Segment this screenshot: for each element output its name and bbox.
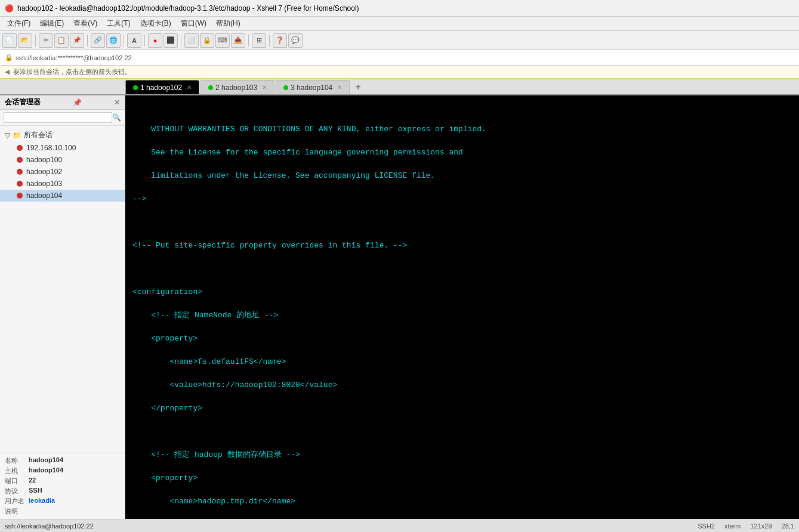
- toolbar-green[interactable]: ⬛: [163, 33, 178, 48]
- tabs-bar: 1 hadoop102 ✕ 2 hadoop103 ✕ 3 hadoop104 …: [0, 79, 799, 95]
- info-value-protocol: SSH: [29, 487, 42, 496]
- info-label-username: 用户名: [5, 497, 29, 506]
- info-row-host: 主机 hadoop104: [5, 466, 120, 476]
- tab-hadoop104[interactable]: 3 hadoop104 ✕: [276, 80, 350, 94]
- sidebar-header: 会话管理器 📌 ✕: [0, 95, 125, 110]
- pin-icon[interactable]: 📌: [73, 98, 82, 107]
- sidebar-item-label-2: hadoop100: [26, 156, 62, 164]
- menu-view[interactable]: 查看(V): [69, 17, 102, 30]
- info-label-host: 主机: [5, 466, 29, 475]
- terminal-line-6: <!-- Put site-specific property override…: [132, 240, 792, 252]
- toolbar-paste[interactable]: 📌: [70, 33, 84, 48]
- status-terminal-type: xterm: [724, 522, 741, 530]
- toolbar-split[interactable]: ⊞: [252, 33, 266, 48]
- main-layout: 会话管理器 📌 ✕ 🔍 ▽ 📁 所有会话 192.168.10.100 hado…: [0, 95, 799, 519]
- terminal-line-17: <name>hadoop.tmp.dir</name>: [132, 496, 792, 508]
- address-text: ssh://leokadia:**********@hadoop102:22: [16, 54, 132, 61]
- terminal-line-11: <name>fs.defaultFS</name>: [132, 356, 792, 368]
- toolbar-connect[interactable]: 🔗: [91, 33, 105, 48]
- toolbar-keyboard[interactable]: ⌨: [215, 33, 230, 48]
- toolbar-transfer[interactable]: 📤: [231, 33, 245, 48]
- tab-label-3: 3 hadoop104: [291, 83, 332, 92]
- new-tab-button[interactable]: +: [351, 80, 365, 94]
- terminal-line-7: [132, 263, 792, 275]
- terminal-area[interactable]: WITHOUT WARRANTIES OR CONDITIONS OF ANY …: [125, 95, 799, 519]
- sidebar-item-label-3: hadoop102: [26, 168, 62, 176]
- folder-icon: 📁: [13, 131, 21, 140]
- terminal-line-13: </property>: [132, 403, 792, 415]
- info-value-name: hadoop104: [29, 456, 63, 465]
- tree-root-label: 所有会话: [24, 130, 53, 140]
- sidebar-item-label-1: 192.168.10.100: [26, 144, 76, 152]
- sidebar-item-hadoop104[interactable]: hadoop104: [0, 190, 125, 202]
- toolbar-chat[interactable]: 💬: [288, 33, 303, 48]
- toolbar: 📄 📂 ✂ 📋 📌 🔗 🌐 A ● ⬛ ⬜ 🔒 ⌨ 📤 ⊞ ❓ 💬: [0, 31, 799, 50]
- toolbar-expand[interactable]: ⬜: [184, 33, 199, 48]
- terminal-line-3: limitations under the License. See accom…: [132, 170, 792, 182]
- sidebar-item-192[interactable]: 192.168.10.100: [0, 142, 125, 154]
- tab-dot-2: [208, 85, 213, 90]
- expand-icon: ▽: [5, 131, 10, 140]
- sidebar-info: 名称 hadoop104 主机 hadoop104 端口 22 协议 SSH 用…: [0, 453, 125, 519]
- menu-help[interactable]: 帮助(H): [211, 17, 245, 30]
- tab-label-1: 1 hadoop102: [140, 83, 182, 92]
- tab-close-2[interactable]: ✕: [262, 84, 267, 91]
- menu-tools[interactable]: 工具(T): [102, 17, 135, 30]
- search-input[interactable]: [4, 112, 112, 123]
- terminal-line-12: <value>hdfs://hadoop102:8020</value>: [132, 379, 792, 391]
- tab-close-3[interactable]: ✕: [337, 84, 342, 91]
- sidebar-search: 🔍: [0, 110, 125, 126]
- info-value-username: leokadia: [29, 497, 55, 506]
- terminal-line-10: <property>: [132, 333, 792, 345]
- sidebar-item-hadoop100[interactable]: hadoop100: [0, 154, 125, 166]
- terminal-line-1: WITHOUT WARRANTIES OR CONDITIONS OF ANY …: [132, 123, 792, 135]
- close-sidebar-button[interactable]: ✕: [114, 98, 120, 107]
- toolbar-help[interactable]: ❓: [273, 33, 287, 48]
- terminal-line-8: <configuration>: [132, 286, 792, 298]
- sidebar-tree: ▽ 📁 所有会话 192.168.10.100 hadoop100 hadoop…: [0, 126, 125, 453]
- toolbar-new[interactable]: 📄: [2, 33, 17, 48]
- status-connection: ssh://leokadia@hadoop102:22: [5, 522, 690, 530]
- tab-close-1[interactable]: ✕: [187, 84, 192, 91]
- sidebar-item-label-5: hadoop104: [26, 191, 62, 200]
- info-row-port: 端口 22: [5, 476, 120, 486]
- info-label-protocol: 协议: [5, 487, 29, 496]
- toolbar-globe[interactable]: 🌐: [106, 33, 121, 48]
- sidebar: 会话管理器 📌 ✕ 🔍 ▽ 📁 所有会话 192.168.10.100 hado…: [0, 95, 125, 519]
- terminal-line-2: See the License for the specific languag…: [132, 147, 792, 159]
- tab-label-2: 2 hadoop103: [215, 83, 257, 92]
- info-label-name: 名称: [5, 456, 29, 465]
- tab-hadoop103[interactable]: 2 hadoop103 ✕: [200, 80, 274, 94]
- menu-window[interactable]: 窗口(W): [176, 17, 211, 30]
- terminal-line-16: <property>: [132, 472, 792, 484]
- info-value-port: 22: [29, 477, 36, 485]
- tab-dot-1: [133, 85, 138, 90]
- info-row-note: 说明: [5, 506, 120, 516]
- terminal-line-9: <!-- 指定 NameNode 的地址 -->: [132, 310, 792, 321]
- sidebar-item-hadoop102[interactable]: hadoop102: [0, 166, 125, 178]
- toolbar-lock[interactable]: 🔒: [200, 33, 214, 48]
- sidebar-title: 会话管理器: [5, 97, 41, 107]
- tab-hadoop102[interactable]: 1 hadoop102 ✕: [125, 80, 199, 94]
- menu-file[interactable]: 文件(F): [2, 17, 35, 30]
- status-protocol: SSH2: [698, 522, 715, 530]
- sidebar-item-label-4: hadoop103: [26, 180, 62, 188]
- tree-root-all-sessions[interactable]: ▽ 📁 所有会话: [0, 128, 125, 142]
- info-bar: ◀ 要添加当前会话，点击左侧的箭头按钮。: [0, 66, 799, 79]
- menu-tabs[interactable]: 选项卡(B): [135, 17, 176, 30]
- toolbar-open[interactable]: 📂: [18, 33, 32, 48]
- title-text: hadoop102 - leokadia@hadoop102:/opt/modu…: [17, 4, 359, 13]
- toolbar-font[interactable]: A: [127, 33, 141, 48]
- terminal-line-15: <!-- 指定 hadoop 数据的存储目录 -->: [132, 449, 792, 461]
- menu-edit[interactable]: 编辑(E): [35, 17, 69, 30]
- search-icon: 🔍: [112, 113, 121, 122]
- address-bar: 🔒 ssh://leokadia:**********@hadoop102:22: [0, 50, 799, 66]
- toolbar-cut[interactable]: ✂: [39, 33, 53, 48]
- info-row-name: 名称 hadoop104: [5, 456, 120, 466]
- toolbar-copy[interactable]: 📋: [54, 33, 69, 48]
- sidebar-item-hadoop103[interactable]: hadoop103: [0, 178, 125, 190]
- toolbar-red[interactable]: ●: [148, 33, 162, 48]
- title-bar: 🔴 hadoop102 - leokadia@hadoop102:/opt/mo…: [0, 0, 799, 17]
- connection-dot-3: [17, 169, 23, 175]
- lock-icon: 🔒: [5, 54, 13, 61]
